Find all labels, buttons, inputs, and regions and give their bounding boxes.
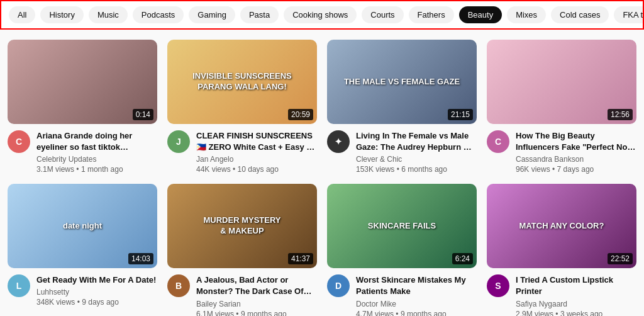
video-duration: 0:14 — [133, 109, 153, 120]
avatar: ✦ — [327, 130, 350, 153]
thumb-overlay: MATCH ANY COLOR? — [494, 218, 629, 234]
video-duration: 14:03 — [128, 253, 153, 264]
avatar: S — [487, 274, 509, 297]
video-card[interactable]: 12:56 C How The Big Beauty Influencers F… — [487, 40, 636, 174]
video-card[interactable]: THE MALE VS FEMALE GAZE 21:15 ✦ Living I… — [327, 40, 477, 174]
filter-chip-history[interactable]: History — [40, 6, 83, 23]
avatar: B — [167, 274, 190, 297]
video-title: Living In The Female vs Male Gaze: The A… — [356, 130, 477, 153]
video-meta: CLEAR FINISH SUNSCREENS 🇵🇭 ZERO White Ca… — [196, 130, 317, 174]
video-meta: Ariana Grande doing her eyeliner so fast… — [36, 130, 157, 174]
video-stats: 96K views • 7 days ago — [516, 165, 636, 174]
video-stats: 2.9M views • 3 weeks ago — [516, 310, 636, 317]
video-stats: 6.1M views • 9 months ago — [196, 310, 317, 317]
video-info: D Worst Skincare Mistakes My Patients Ma… — [327, 274, 477, 316]
video-title: A Jealous, Bad Actor or Monster? The Dar… — [196, 274, 317, 297]
filter-chip-courts[interactable]: Courts — [362, 6, 403, 23]
video-info: B A Jealous, Bad Actor or Monster? The D… — [167, 274, 317, 316]
thumb-overlay: INVISIBLE SUNSCREENSPARANG WALA LANG! — [175, 69, 309, 95]
video-meta: Get Ready With Me For A Date! Luhhsetty … — [36, 274, 157, 307]
filter-chip-fathers[interactable]: Fathers — [409, 6, 454, 23]
video-card[interactable]: MURDER MYSTERY& MAKEUP 41:37 B A Jealous… — [167, 184, 317, 316]
channel-name: Luhhsetty — [36, 288, 157, 296]
thumb-overlay: date night — [15, 218, 150, 234]
video-stats: 4.7M views • 9 months ago — [356, 310, 477, 317]
filter-chip-podcasts[interactable]: Podcasts — [133, 6, 184, 23]
video-card[interactable]: INVISIBLE SUNSCREENSPARANG WALA LANG! 20… — [167, 40, 317, 174]
thumb-overlay: MURDER MYSTERY& MAKEUP — [175, 213, 309, 239]
avatar: C — [487, 130, 509, 153]
thumb-overlay: SKINCARE FAILS — [335, 218, 469, 234]
thumbnail: 0:14 — [8, 40, 157, 124]
channel-name: Celebrity Updates — [36, 155, 157, 164]
filter-chip-fka-twigs[interactable]: FKA twigs — [614, 6, 644, 23]
video-meta: How The Big Beauty Influencers Fake "Per… — [516, 130, 636, 174]
video-info: J CLEAR FINISH SUNSCREENS 🇵🇭 ZERO White … — [167, 130, 317, 174]
video-duration: 6:24 — [452, 253, 473, 264]
filter-bar: AllHistoryMusicPodcastsGamingPastaCookin… — [0, 0, 644, 30]
avatar: C — [8, 130, 30, 153]
filter-chip-mixes[interactable]: Mixes — [507, 6, 546, 23]
video-title: How The Big Beauty Influencers Fake "Per… — [516, 130, 636, 153]
thumbnail: MURDER MYSTERY& MAKEUP 41:37 — [167, 184, 317, 268]
video-duration: 12:56 — [608, 109, 633, 120]
channel-name: Doctor Mike — [356, 300, 477, 308]
channel-name: Clever & Chic — [356, 155, 477, 164]
video-title: CLEAR FINISH SUNSCREENS 🇵🇭 ZERO White Ca… — [196, 130, 317, 153]
avatar: L — [8, 274, 30, 297]
video-meta: I Tried A Custom Lipstick Printer Safiya… — [516, 274, 636, 316]
video-title: I Tried A Custom Lipstick Printer — [516, 274, 636, 297]
video-card[interactable]: 0:14 C Ariana Grande doing her eyeliner … — [8, 40, 157, 174]
avatar: J — [167, 130, 190, 153]
filter-chip-cooking-shows[interactable]: Cooking shows — [284, 6, 357, 23]
video-stats: 44K views • 10 days ago — [196, 165, 317, 174]
video-meta: Living In The Female vs Male Gaze: The A… — [356, 130, 477, 174]
video-info: L Get Ready With Me For A Date! Luhhsett… — [8, 274, 157, 307]
filter-chip-music[interactable]: Music — [89, 6, 128, 23]
thumbnail: INVISIBLE SUNSCREENSPARANG WALA LANG! 20… — [167, 40, 317, 124]
video-card[interactable]: date night 14:03 L Get Ready With Me For… — [8, 184, 157, 316]
video-duration: 41:37 — [288, 253, 313, 264]
thumbnail: date night 14:03 — [8, 184, 157, 268]
channel-name: Bailey Sarian — [196, 300, 317, 308]
video-stats: 153K views • 6 months ago — [356, 165, 477, 174]
thumbnail: 12:56 — [487, 40, 636, 124]
video-meta: A Jealous, Bad Actor or Monster? The Dar… — [196, 274, 317, 316]
video-grid: 0:14 C Ariana Grande doing her eyeliner … — [0, 30, 644, 316]
video-duration: 21:15 — [448, 109, 473, 120]
filter-chip-pasta[interactable]: Pasta — [240, 6, 279, 23]
filter-chip-cold-cases[interactable]: Cold cases — [551, 6, 609, 23]
filter-chip-beauty[interactable]: Beauty — [459, 6, 502, 23]
video-duration: 20:59 — [288, 109, 313, 120]
video-title: Get Ready With Me For A Date! — [36, 274, 157, 286]
channel-name: Jan Angelo — [196, 155, 317, 164]
video-card[interactable]: MATCH ANY COLOR? 22:52 S I Tried A Custo… — [487, 184, 636, 316]
video-info: C Ariana Grande doing her eyeliner so fa… — [8, 130, 157, 174]
avatar: D — [327, 274, 350, 297]
channel-name: Cassandra Bankson — [516, 155, 636, 164]
video-title: Worst Skincare Mistakes My Patients Make — [356, 274, 477, 297]
video-card[interactable]: SKINCARE FAILS 6:24 D Worst Skincare Mis… — [327, 184, 477, 316]
filter-chip-gaming[interactable]: Gaming — [189, 6, 235, 23]
thumbnail: MATCH ANY COLOR? 22:52 — [487, 184, 636, 268]
video-info: S I Tried A Custom Lipstick Printer Safi… — [487, 274, 636, 316]
channel-name: Safiya Nygaard — [516, 300, 636, 308]
thumbnail: THE MALE VS FEMALE GAZE 21:15 — [327, 40, 477, 124]
video-title: Ariana Grande doing her eyeliner so fast… — [36, 130, 157, 153]
video-duration: 22:52 — [608, 253, 633, 264]
video-stats: 348K views • 9 days ago — [36, 298, 157, 307]
thumbnail: SKINCARE FAILS 6:24 — [327, 184, 477, 268]
video-stats: 3.1M views • 1 month ago — [36, 165, 157, 174]
thumb-overlay: THE MALE VS FEMALE GAZE — [335, 74, 469, 89]
video-info: C How The Big Beauty Influencers Fake "P… — [487, 130, 636, 174]
filter-chip-all[interactable]: All — [9, 6, 35, 23]
video-meta: Worst Skincare Mistakes My Patients Make… — [356, 274, 477, 316]
video-info: ✦ Living In The Female vs Male Gaze: The… — [327, 130, 477, 174]
